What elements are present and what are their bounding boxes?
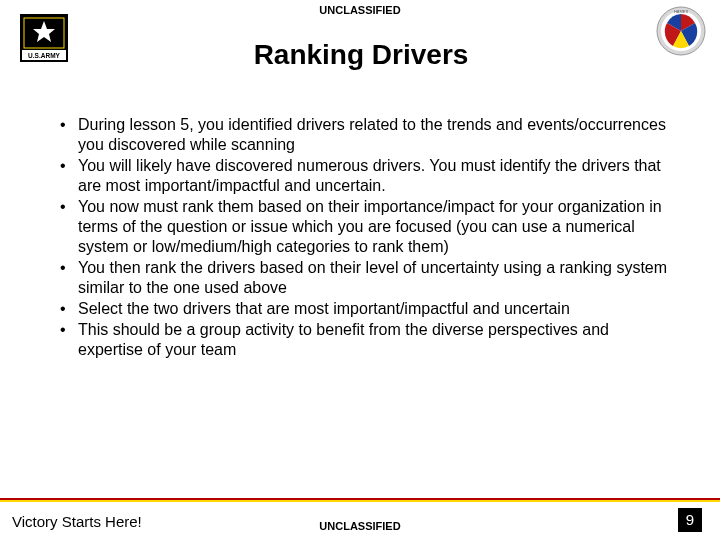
- title-block: Ranking Drivers: [125, 30, 597, 80]
- army-logo-icon: U.S.ARMY: [20, 14, 68, 62]
- content-area: During lesson 5, you identified drivers …: [60, 115, 670, 361]
- unit-logo-icon: HAMES: [656, 6, 706, 56]
- footer: Victory Starts Here! UNCLASSIFIED 9: [0, 506, 720, 540]
- list-item: You will likely have discovered numerous…: [60, 156, 670, 196]
- list-item: You now must rank them based on their im…: [60, 197, 670, 257]
- svg-text:HAMES: HAMES: [674, 9, 689, 14]
- list-item: This should be a group activity to benef…: [60, 320, 670, 360]
- footer-divider: [0, 498, 720, 502]
- list-item: During lesson 5, you identified drivers …: [60, 115, 670, 155]
- classification-bottom: UNCLASSIFIED: [0, 520, 720, 532]
- bullet-list: During lesson 5, you identified drivers …: [60, 115, 670, 360]
- svg-text:U.S.ARMY: U.S.ARMY: [28, 52, 60, 59]
- list-item: You then rank the drivers based on their…: [60, 258, 670, 298]
- list-item: Select the two drivers that are most imp…: [60, 299, 670, 319]
- page-number: 9: [678, 508, 702, 532]
- slide-title: Ranking Drivers: [254, 39, 469, 71]
- classification-top: UNCLASSIFIED: [0, 4, 720, 16]
